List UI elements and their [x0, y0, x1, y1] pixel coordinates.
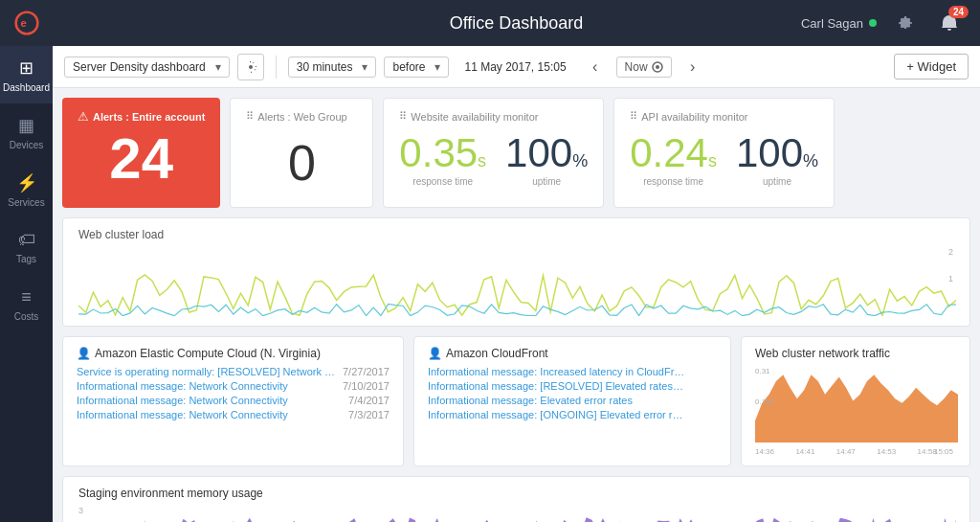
ec2-event-1: Informational message: Network Connectiv…: [77, 380, 390, 392]
svg-text:e: e: [20, 17, 26, 29]
ec2-events-widget: 👤 Amazon Elastic Compute Cloud (N. Virgi…: [62, 336, 404, 466]
toolbar-settings-button[interactable]: [237, 54, 264, 80]
services-icon: ⚡: [16, 172, 37, 193]
alert-entire-title: Alerts : Entire account: [93, 111, 205, 123]
cf-event-1: Informational message: [RESOLVED] Elevat…: [428, 380, 717, 392]
stats-row: ⚠ Alerts : Entire account 24 ⠿ Alerts : …: [62, 98, 970, 208]
sidebar-label-tags: Tags: [16, 254, 36, 264]
website-uptime-label: uptime: [532, 176, 561, 187]
events-col: 👤 Amazon Elastic Compute Cloud (N. Virgi…: [62, 336, 731, 466]
ec2-event-link-2[interactable]: Informational message: Network Connectiv…: [77, 395, 288, 406]
cf-event-link-2[interactable]: Informational message: Elevated error ra…: [428, 395, 633, 406]
website-avail-title: Website availability monitor: [411, 111, 538, 123]
api-uptime-block: 100% uptime: [736, 130, 818, 187]
time-forward-button[interactable]: ›: [679, 54, 706, 80]
time-range-selector[interactable]: 30 minutes ▾: [288, 57, 377, 78]
ec2-icon: 👤: [77, 347, 91, 360]
sidebar-item-services[interactable]: ⚡ Services: [0, 161, 53, 218]
ec2-event-link-3[interactable]: Informational message: Network Connectiv…: [77, 409, 288, 420]
notification-count: 24: [948, 6, 969, 18]
api-uptime-number: 100: [736, 130, 803, 175]
api-uptime-unit: %: [803, 151, 818, 170]
username: Carl Sagan: [801, 16, 863, 31]
api-uptime-value: 100%: [736, 130, 818, 176]
page-title: Office Dashboard: [450, 13, 584, 34]
time-position-selector[interactable]: before ▾: [384, 57, 449, 78]
dashboard-selector[interactable]: Server Density dashboard ▾: [64, 57, 230, 78]
ec2-event-3: Informational message: Network Connectiv…: [77, 409, 390, 420]
cloudfront-icon: 👤: [428, 347, 442, 360]
web-cluster-load-title: Web cluster load: [78, 228, 954, 241]
cf-event-2: Informational message: Elevated error ra…: [428, 395, 717, 406]
traffic-title: Web cluster network traffic: [755, 347, 956, 360]
app-logo[interactable]: e: [0, 0, 53, 46]
sidebar-item-costs[interactable]: ≡ Costs: [0, 276, 53, 333]
website-response-number: 0.35: [399, 130, 478, 175]
svg-point-4: [656, 65, 659, 69]
ec2-event-date-2: 7/4/2017: [348, 395, 390, 406]
dashboard-content: ⚠ Alerts : Entire account 24 ⠿ Alerts : …: [53, 88, 980, 522]
now-button[interactable]: Now: [616, 57, 672, 78]
dashboard-icon: ⊞: [19, 57, 33, 79]
time-position-arrow: ▾: [434, 60, 440, 74]
website-uptime-block: 100% uptime: [505, 130, 588, 187]
sidebar-item-tags[interactable]: 🏷 Tags: [0, 218, 53, 276]
cf-event-link-3[interactable]: Informational message: [ONGOING] Elevate…: [428, 409, 686, 420]
website-response-unit: s: [478, 151, 486, 170]
cf-event-link-1[interactable]: Informational message: [RESOLVED] Elevat…: [428, 380, 686, 392]
website-uptime-value: 100%: [505, 130, 588, 176]
chart-icon-api: ⠿: [630, 110, 637, 123]
api-avail-title-row: ⠿ API availability monitor: [630, 110, 818, 123]
sidebar-item-devices[interactable]: ▦ Devices: [0, 103, 53, 161]
notifications-button[interactable]: 24: [934, 8, 965, 38]
website-avail-metrics: 0.35s response time 100% uptime: [399, 130, 588, 187]
settings-button[interactable]: [892, 10, 919, 36]
dashboard-select-value: Server Density dashboard: [73, 60, 206, 74]
chart-icon-web: ⠿: [399, 110, 407, 123]
cf-event-3: Informational message: [ONGOING] Elevate…: [428, 409, 717, 420]
topnav: Office Dashboard Carl Sagan 24: [53, 0, 980, 46]
now-label: Now: [625, 60, 648, 74]
time-range-arrow: ▾: [362, 60, 368, 74]
ec2-events-list: Service is operating normally: [RESOLVED…: [77, 366, 390, 420]
api-response-block: 0.24s response time: [630, 130, 717, 187]
alert-icon-row: ⚠ Alerts : Entire account: [78, 109, 205, 124]
web-cluster-traffic-widget: Web cluster network traffic: [741, 336, 970, 466]
ec2-title: 👤 Amazon Elastic Compute Cloud (N. Virgi…: [77, 347, 390, 360]
sidebar-label-devices: Devices: [10, 140, 44, 150]
website-response-value: 0.35s: [399, 130, 486, 176]
api-avail-metrics: 0.24s response time 100% uptime: [630, 130, 818, 187]
api-response-unit: s: [708, 151, 717, 170]
website-avail-title-row: ⠿ Website availability monitor: [399, 110, 588, 123]
add-widget-button[interactable]: + Widget: [894, 54, 969, 79]
costs-icon: ≡: [21, 287, 32, 307]
user-status-dot: [869, 19, 877, 27]
cf-event-link-0[interactable]: Informational message: Increased latency…: [428, 366, 686, 377]
time-back-button[interactable]: ‹: [582, 54, 609, 80]
toolbar-divider: [276, 56, 277, 79]
api-response-label: response time: [643, 176, 703, 187]
cloudfront-events-list: Informational message: Increased latency…: [428, 366, 717, 420]
traffic-chart: [755, 366, 958, 456]
ec2-event-link-1[interactable]: Informational message: Network Connectiv…: [77, 380, 288, 392]
api-avail-title: API availability monitor: [641, 111, 747, 123]
api-response-number: 0.24: [630, 130, 708, 175]
time-range-value: 30 minutes: [297, 60, 353, 74]
sidebar-label-dashboard: Dashboard: [3, 82, 50, 93]
grid-icon: ⠿: [246, 110, 254, 123]
website-avail-widget: ⠿ Website availability monitor 0.35s res…: [383, 98, 604, 208]
website-uptime-unit: %: [572, 151, 588, 170]
alerts-web-count: 0: [246, 130, 357, 195]
devices-icon: ▦: [18, 115, 34, 136]
web-cluster-load-widget: Web cluster load: [62, 217, 970, 327]
web-cluster-load-chart: [78, 247, 956, 316]
alerts-web-group-widget: ⠿ Alerts : Web Group 0: [230, 98, 373, 208]
ec2-event-date-1: 7/10/2017: [343, 380, 390, 392]
api-uptime-label: uptime: [763, 176, 791, 187]
ec2-event-link-0[interactable]: Service is operating normally: [RESOLVED…: [77, 366, 335, 377]
memory-chart: [78, 504, 956, 522]
dashboard-select-arrow: ▾: [215, 60, 221, 74]
ec2-event-date-3: 7/3/2017: [348, 409, 390, 420]
time-position-value: before: [392, 60, 425, 74]
sidebar-item-dashboard[interactable]: ⊞ Dashboard: [0, 46, 53, 103]
